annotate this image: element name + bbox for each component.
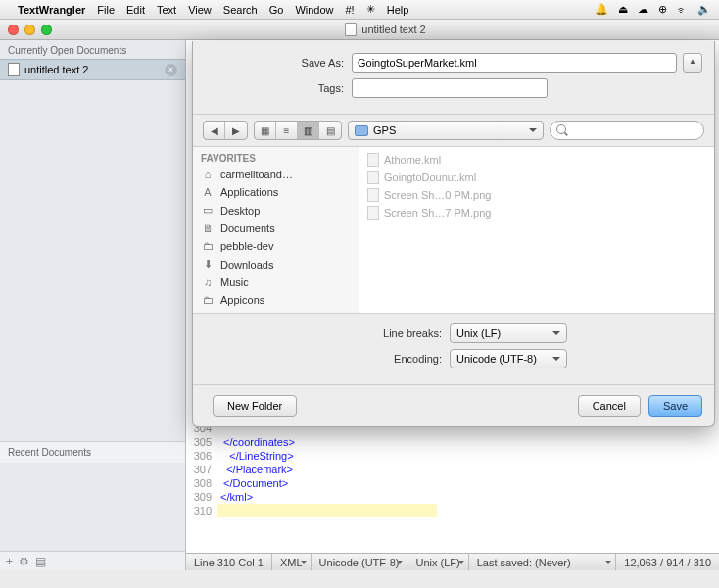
wifi-icon[interactable]: ᯤ (677, 4, 688, 16)
menu-go[interactable]: Go (269, 4, 284, 16)
favorite-label: Music (220, 276, 249, 288)
sidebar-footer: + ⚙ ▤ (0, 551, 185, 570)
favorite-label: pebble-dev (220, 240, 273, 252)
volume-icon[interactable]: 🔈 (697, 3, 711, 16)
favorite-icon: A (201, 186, 215, 198)
gear-icon[interactable]: ⚙ (19, 555, 29, 568)
cancel-button[interactable]: Cancel (578, 395, 641, 416)
menu-view[interactable]: View (188, 4, 212, 16)
file-label: Screen Sh…7 PM.png (384, 207, 491, 219)
file-label: Athome.kml (384, 154, 441, 166)
coverflow-view-button[interactable]: ▤ (319, 122, 341, 139)
status-lineendings[interactable]: Unix (LF) (407, 554, 468, 570)
menu-text[interactable]: Text (157, 4, 176, 16)
favorite-label: Applications (220, 186, 278, 198)
favorite-icon: ▭ (201, 204, 215, 217)
column-view-button[interactable]: ▥ (298, 122, 319, 139)
path-selector[interactable]: GPS (348, 121, 544, 140)
forward-button[interactable]: ▶ (225, 122, 247, 139)
status-counts: 12,063 / 914 / 310 (616, 554, 719, 570)
minimize-window[interactable] (24, 24, 35, 35)
favorite-item[interactable]: 🗎Documents (193, 220, 359, 237)
status-language[interactable]: XML (272, 554, 312, 570)
favorite-label: Appicons (220, 294, 264, 306)
path-label: GPS (373, 124, 396, 136)
document-proxy-icon[interactable] (345, 23, 357, 36)
tags-label: Tags: (205, 82, 352, 94)
favorite-item[interactable]: AApplications (193, 183, 359, 201)
search-field[interactable] (550, 121, 704, 140)
notification-icon[interactable]: 🔔 (595, 3, 608, 16)
favorites-sidebar: FAVORITES ⌂carmelitoand…AApplications▭De… (193, 147, 360, 313)
menu-shebang-icon[interactable]: ✳ (366, 3, 375, 16)
file-item[interactable]: Screen Sh…7 PM.png (363, 204, 710, 221)
file-icon (367, 171, 379, 184)
menu-file[interactable]: File (97, 4, 115, 16)
view-buttons: ▦ ≡ ▥ ▤ (254, 121, 342, 140)
tags-field[interactable] (352, 78, 548, 98)
favorite-label: Documents (220, 222, 275, 234)
file-item[interactable]: GoingtoDounut.kml (363, 169, 710, 186)
list-view-button[interactable]: ≡ (276, 122, 298, 139)
favorite-label: carmelitoand… (220, 169, 293, 180)
encoding-label: Encoding: (205, 353, 450, 365)
menu-window[interactable]: Window (295, 4, 333, 16)
file-item[interactable]: Athome.kml (363, 151, 710, 169)
sync-icon[interactable]: ⊕ (658, 3, 667, 16)
favorite-item[interactable]: ⌂carmelitoand… (193, 166, 359, 183)
file-icon (367, 206, 379, 220)
favorite-icon: ⌂ (201, 169, 215, 180)
close-window[interactable] (8, 24, 19, 35)
search-icon (556, 124, 568, 136)
linebreaks-label: Line breaks: (205, 327, 450, 339)
back-button[interactable]: ◀ (204, 122, 225, 139)
favorite-item[interactable]: 🗀pebble-dev (193, 237, 359, 255)
file-label: GoingtoDounut.kml (384, 172, 476, 183)
status-bar: Line 310 Col 1 XML Unicode (UTF-8) Unix … (186, 553, 719, 570)
expand-button[interactable]: ▲ (683, 53, 702, 73)
favorite-item[interactable]: 🗀Appicons (193, 291, 359, 309)
favorite-icon: ⬇ (201, 258, 215, 270)
close-doc-icon[interactable]: × (165, 64, 177, 76)
sidebar-recent-header[interactable]: Recent Documents (0, 441, 185, 463)
file-icon (367, 188, 379, 202)
linebreaks-select[interactable]: Unix (LF) (450, 323, 567, 343)
encoding-select[interactable]: Unicode (UTF-8) (450, 349, 567, 368)
favorite-icon: ♫ (201, 276, 215, 288)
favorite-icon: 🗀 (201, 240, 215, 252)
status-saved[interactable]: Last saved: (Never) (469, 554, 617, 570)
sidebar-open-item[interactable]: untitled text 2 × (0, 59, 185, 80)
file-list[interactable]: Athome.kmlGoingtoDounut.kmlScreen Sh…0 P… (360, 147, 714, 313)
favorite-item[interactable]: ⬇Downloads (193, 255, 359, 273)
sidebar-item-label: untitled text 2 (24, 64, 88, 75)
new-folder-button[interactable]: New Folder (213, 395, 297, 416)
status-encoding[interactable]: Unicode (UTF-8) (312, 554, 408, 570)
save-button[interactable]: Save (648, 395, 702, 416)
menu-edit[interactable]: Edit (126, 4, 145, 16)
menu-help[interactable]: Help (387, 4, 409, 16)
favorite-label: Downloads (220, 259, 273, 270)
save-as-label: Save As: (205, 57, 352, 69)
status-position[interactable]: Line 310 Col 1 (186, 554, 272, 570)
list-icon[interactable]: ▤ (35, 555, 46, 568)
menu-shebang[interactable]: #! (346, 4, 355, 16)
menu-search[interactable]: Search (223, 4, 258, 16)
favorite-item[interactable]: ▭Desktop (193, 201, 359, 220)
favorite-item[interactable]: ♫Music (193, 273, 359, 291)
icon-view-button[interactable]: ▦ (255, 122, 276, 139)
eject-icon[interactable]: ⏏ (618, 3, 628, 16)
favorite-icon: 🗎 (201, 222, 215, 234)
file-item[interactable]: Screen Sh…0 PM.png (363, 186, 710, 204)
sidebar-open-header: Currently Open Documents (0, 40, 185, 59)
app-menu[interactable]: TextWrangler (18, 4, 85, 16)
add-icon[interactable]: + (6, 555, 13, 568)
zoom-window[interactable] (41, 24, 52, 35)
favorites-header: FAVORITES (193, 147, 359, 166)
browser-toolbar: ◀ ▶ ▦ ≡ ▥ ▤ GPS (193, 114, 714, 147)
save-as-field[interactable] (352, 53, 677, 73)
nav-buttons: ◀ ▶ (203, 121, 248, 140)
save-sheet: Save As: ▲ Tags: ◀ ▶ ▦ ≡ ▥ ▤ GPS FAVOR (192, 41, 715, 427)
cloud-icon[interactable]: ☁ (638, 3, 648, 16)
menubar: TextWrangler File Edit Text View Search … (0, 0, 719, 20)
favorite-label: Desktop (220, 205, 260, 217)
